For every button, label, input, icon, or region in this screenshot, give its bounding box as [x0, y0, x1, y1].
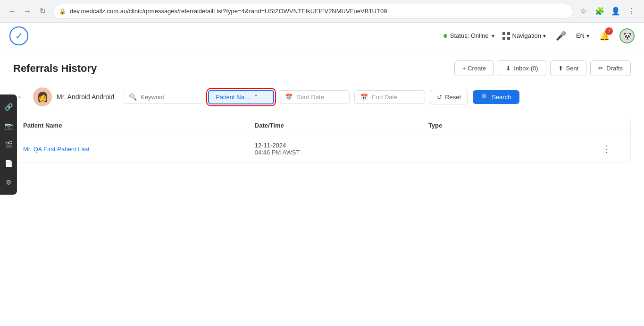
refresh-button[interactable]: ↻	[36, 5, 49, 18]
page-header: Referrals History + Create ⬇ Inbox (0) ⬆…	[13, 60, 631, 76]
menu-button[interactable]: ⋮	[625, 5, 638, 18]
referrals-table: Patient Name Date/Time Type Mr. QA First…	[13, 116, 631, 163]
col-datetime: Date/Time	[255, 122, 428, 129]
filter-chevron-icon: ⌃	[253, 94, 259, 101]
end-date-input[interactable]: 📅 End Date	[354, 90, 425, 104]
search-icon: 🔍	[129, 93, 137, 101]
navigation-label: Navigation	[512, 32, 541, 39]
row-datetime: 12-11-2024 04:46 PM AWST	[255, 142, 428, 156]
search-submit-icon: 🔍	[481, 94, 489, 101]
svg-rect-1	[507, 32, 510, 35]
navigation-button[interactable]: Navigation ▾	[502, 32, 546, 40]
svg-rect-3	[507, 37, 510, 40]
nav-chevron-icon: ▾	[543, 33, 546, 39]
col-type: Type	[428, 122, 602, 129]
microphone-button[interactable]: 🎤	[553, 28, 569, 43]
row-date: 12-11-2024	[255, 142, 428, 149]
create-button[interactable]: + Create	[454, 60, 494, 76]
status-chevron-icon: ▾	[492, 33, 494, 39]
lang-chevron-icon: ▾	[586, 33, 589, 39]
table-row: Mr. QA First Patient Last 12-11-2024 04:…	[14, 135, 630, 163]
table-header: Patient Name Date/Time Type	[14, 116, 630, 135]
end-date-label: End Date	[372, 94, 397, 101]
row-patient-name: Mr. QA First Patient Last	[23, 145, 255, 153]
sent-label: Sent	[566, 65, 579, 72]
inbox-button[interactable]: ⬇ Inbox (0)	[498, 60, 546, 76]
row-more-button[interactable]: ⋮	[602, 143, 611, 154]
sidebar-tool-video[interactable]: 🎬	[1, 137, 16, 152]
patient-link[interactable]: Mr. QA First Patient Last	[23, 146, 90, 153]
reset-button[interactable]: ↺ Reset	[430, 90, 468, 104]
forward-button[interactable]: →	[21, 5, 34, 18]
header-actions: + Create ⬇ Inbox (0) ⬆ Sent ✏ Drafts	[454, 60, 631, 76]
browser-chrome: ← → ↻ 🔒 dev.medcallz.com.au/clinic/qrmes…	[0, 0, 644, 23]
row-time: 04:46 PM AWST	[255, 149, 428, 156]
notification-badge: 7	[605, 27, 613, 35]
profile-button[interactable]: 👤	[609, 5, 622, 18]
main-content: Referrals History + Create ⬇ Inbox (0) ⬆…	[0, 49, 644, 326]
sidebar-tool-settings[interactable]: ⚙	[1, 175, 16, 190]
filter-label: Patient Na...	[216, 94, 250, 101]
search-bar: ← 👩 Mr. Android Android 🔍 Patient Na... …	[13, 87, 631, 106]
bookmark-button[interactable]: ☆	[577, 5, 590, 18]
sent-button[interactable]: ⬆ Sent	[550, 60, 587, 76]
keyword-input-wrap[interactable]: 🔍	[123, 90, 203, 104]
start-date-input[interactable]: 📅 Start Date	[279, 90, 350, 104]
logo-area: ✓	[9, 26, 28, 45]
url-text: dev.medcallz.com.au/clinic/qrmessages/re…	[70, 8, 567, 15]
reset-label: Reset	[445, 94, 461, 101]
calendar-icon: 📅	[285, 94, 293, 101]
sidebar-tool-link[interactable]: 🔗	[1, 99, 16, 114]
reset-icon: ↺	[437, 94, 442, 101]
drafts-label: Drafts	[606, 65, 623, 72]
status-indicator[interactable]: Status: Online ▾	[443, 32, 494, 39]
calendar-icon: 📅	[360, 94, 368, 101]
status-label: Status: Online	[450, 32, 489, 39]
back-button[interactable]: ←	[6, 5, 19, 18]
notification-button[interactable]: 🔔 7	[597, 28, 612, 43]
top-nav: ✓ Status: Online ▾ Navigation ▾ 🎤 EN	[0, 23, 644, 49]
extension-button[interactable]: 🧩	[593, 5, 606, 18]
search-submit-label: Search	[492, 94, 511, 101]
address-bar[interactable]: 🔒 dev.medcallz.com.au/clinic/qrmessages/…	[53, 4, 573, 19]
svg-rect-2	[502, 37, 505, 40]
user-avatar[interactable]: 🐼	[619, 28, 635, 43]
svg-rect-0	[502, 32, 505, 35]
patient-avatar: 👩	[33, 87, 52, 106]
sidebar-tool-camera[interactable]: 📷	[1, 118, 16, 133]
drafts-icon: ✏	[598, 65, 603, 72]
filter-dropdown[interactable]: Patient Na... ⌃	[208, 90, 274, 104]
start-date-label: Start Date	[296, 94, 324, 101]
language-button[interactable]: EN ▾	[576, 32, 589, 39]
grid-icon	[502, 32, 510, 40]
drafts-button[interactable]: ✏ Drafts	[590, 60, 631, 76]
search-button[interactable]: 🔍 Search	[473, 90, 519, 104]
sent-icon: ⬆	[558, 65, 563, 72]
patient-name-label: Mr. Android Android	[57, 93, 114, 101]
page-title: Referrals History	[13, 62, 97, 75]
sidebar-tool-document[interactable]: 📄	[1, 156, 16, 171]
lang-label: EN	[576, 32, 585, 39]
inbox-icon: ⬇	[506, 65, 511, 72]
lock-icon: 🔒	[59, 8, 66, 15]
col-actions	[602, 122, 621, 129]
status-dot	[443, 34, 447, 38]
keyword-input[interactable]	[141, 94, 197, 101]
left-sidebar: 🔗 📷 🎬 📄 ⚙	[0, 94, 17, 195]
logo-icon[interactable]: ✓	[9, 26, 28, 45]
col-patient-name: Patient Name	[23, 122, 255, 129]
inbox-label: Inbox (0)	[514, 65, 538, 72]
